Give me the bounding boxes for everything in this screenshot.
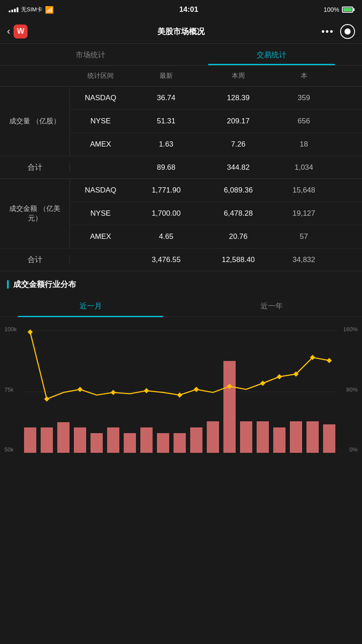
table-row: NYSE 51.31 209.17 656 <box>70 110 362 133</box>
y-axis-left: 100k 75k 50k <box>4 326 17 453</box>
svg-rect-4 <box>90 433 103 453</box>
svg-rect-2 <box>57 422 70 453</box>
battery-percent: 100% <box>324 6 339 13</box>
volume-total-label: 合计 <box>0 162 70 172</box>
record-button[interactable] <box>340 24 355 39</box>
amount-group-label: 成交金额 （亿美元） <box>0 179 70 248</box>
tab-trade-stats[interactable]: 交易统计 <box>181 44 362 65</box>
vol-total-latest: 89.68 <box>131 163 201 172</box>
amt-amex-week: 20.76 <box>201 232 275 241</box>
back-arrow-icon: ‹ <box>7 26 10 37</box>
table-row: NASDAQ 36.74 128.39 359 <box>70 87 362 110</box>
svg-marker-19 <box>28 329 33 335</box>
industry-section-title: 成交金额行业分布 <box>0 271 362 296</box>
vol-nasdaq-week: 128.39 <box>201 94 275 102</box>
y-label-80pct: 80% <box>343 386 358 393</box>
exchange-name: NASDAQ <box>70 186 131 195</box>
svg-rect-13 <box>240 421 252 453</box>
status-right: 100% <box>324 6 353 13</box>
amt-total-extra: 34,832 <box>275 256 332 264</box>
svg-marker-21 <box>77 387 83 392</box>
sub-tab-month[interactable]: 近一月 <box>0 296 181 316</box>
wifi-icon: 📶 <box>45 6 54 14</box>
y-label-75k: 75k <box>4 386 17 393</box>
svg-rect-17 <box>306 421 319 453</box>
vol-nyse-extra: 656 <box>275 117 332 126</box>
chart-svg <box>24 326 338 453</box>
svg-rect-11 <box>207 421 219 453</box>
y-label-0pct: 0% <box>343 446 358 453</box>
record-inner-icon <box>345 28 351 35</box>
vol-total-empty <box>70 163 131 172</box>
y-label-160pct: 160% <box>343 326 358 332</box>
amt-nasdaq-latest: 1,771.90 <box>131 186 201 195</box>
svg-marker-22 <box>111 390 116 395</box>
svg-rect-10 <box>190 427 202 453</box>
vol-amex-week: 7.26 <box>201 140 275 149</box>
amt-total-week: 12,588.40 <box>201 256 275 264</box>
svg-rect-7 <box>140 427 153 453</box>
amt-nyse-latest: 1,700.00 <box>131 209 201 218</box>
tab-market-stats[interactable]: 市场统计 <box>0 44 181 65</box>
amount-group: 成交金额 （亿美元） NASDAQ 1,771.90 6,089.36 15,6… <box>0 179 362 248</box>
amt-amex-latest: 4.65 <box>131 232 201 241</box>
amt-nyse-extra: 19,127 <box>275 209 332 218</box>
th-latest: 最新 <box>131 70 201 82</box>
svg-rect-18 <box>323 424 335 453</box>
main-tabs: 市场统计 交易统计 <box>0 44 362 66</box>
table-row: NASDAQ 1,771.90 6,089.36 15,648 <box>70 179 362 202</box>
vol-total-extra: 1,034 <box>275 163 332 172</box>
svg-rect-12 <box>223 361 236 453</box>
more-icon: ••• <box>321 26 334 37</box>
volume-group-label: 成交量 （亿股） <box>0 87 70 156</box>
y-label-100k: 100k <box>4 326 17 332</box>
amt-total-empty <box>70 256 131 264</box>
battery-icon <box>342 7 353 13</box>
vol-nyse-week: 209.17 <box>201 117 275 126</box>
header-actions: ••• <box>321 24 355 39</box>
svg-rect-14 <box>257 421 269 453</box>
table-row: AMEX 1.63 7.26 18 <box>70 133 362 156</box>
th-week: 本周 <box>201 70 275 82</box>
svg-rect-8 <box>157 433 169 453</box>
svg-rect-9 <box>174 433 186 453</box>
amount-rows: NASDAQ 1,771.90 6,089.36 15,648 NYSE 1,7… <box>70 179 362 248</box>
page-title: 美股市场概况 <box>157 26 205 37</box>
volume-total-row: 合计 89.68 344.82 1,034 <box>0 156 362 179</box>
amt-nasdaq-extra: 15,648 <box>275 186 332 195</box>
amount-total-label: 合计 <box>0 255 70 265</box>
volume-rows: NASDAQ 36.74 128.39 359 NYSE 51.31 209.1… <box>70 87 362 156</box>
vol-nasdaq-latest: 36.74 <box>131 94 201 102</box>
y-label-50k: 50k <box>4 446 17 453</box>
svg-marker-31 <box>327 358 332 363</box>
header: ‹ W 美股市场概况 ••• <box>0 19 362 44</box>
status-bar: 无SIM卡 📶 14:01 100% <box>0 0 362 19</box>
more-button[interactable]: ••• <box>321 26 334 37</box>
signal-icon <box>9 7 18 12</box>
sub-tab-year[interactable]: 近一年 <box>181 296 362 316</box>
table-row: NYSE 1,700.00 6,478.28 19,127 <box>70 202 362 225</box>
back-button[interactable]: ‹ W <box>7 24 28 38</box>
svg-rect-6 <box>124 433 136 453</box>
svg-rect-5 <box>107 427 119 453</box>
w-app-icon: W <box>14 24 28 38</box>
vol-total-week: 344.82 <box>201 163 275 172</box>
battery-fill <box>343 8 352 11</box>
title-bar-icon <box>7 280 9 289</box>
svg-marker-28 <box>277 374 282 379</box>
vol-amex-latest: 1.63 <box>131 140 201 149</box>
sub-tabs: 近一月 近一年 <box>0 296 362 317</box>
svg-rect-1 <box>41 427 53 453</box>
amt-nasdaq-week: 6,089.36 <box>201 186 275 195</box>
svg-rect-0 <box>24 427 36 453</box>
table-row: AMEX 4.65 20.76 57 <box>70 225 362 248</box>
volume-total-cells: 89.68 344.82 1,034 <box>70 163 362 172</box>
industry-chart: 100k 75k 50k 160% 80% 0% <box>0 317 362 466</box>
exchange-name: AMEX <box>70 232 131 241</box>
amt-nyse-week: 6,478.28 <box>201 209 275 218</box>
amt-total-latest: 3,476.55 <box>131 256 201 264</box>
amount-total-row: 合计 3,476.55 12,588.40 34,832 <box>0 248 362 271</box>
industry-title-text: 成交金额行业分布 <box>13 279 76 290</box>
svg-rect-15 <box>273 427 285 453</box>
th-stat-interval: 统计区间 <box>70 70 131 82</box>
